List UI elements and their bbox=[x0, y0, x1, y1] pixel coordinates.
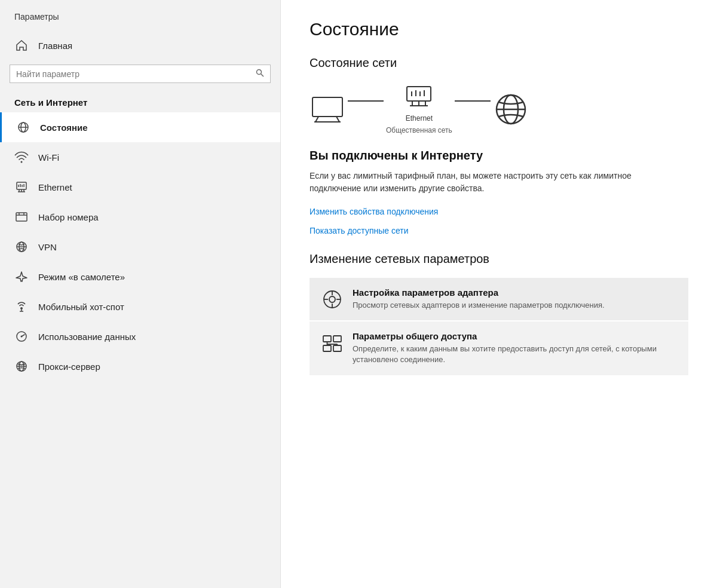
wifi-label: Wi-Fi bbox=[38, 152, 59, 163]
sharing-icon bbox=[321, 332, 343, 354]
computer-diagram-icon bbox=[310, 94, 345, 124]
home-icon bbox=[14, 38, 29, 53]
hotspot-icon bbox=[14, 299, 29, 314]
svg-rect-53 bbox=[333, 336, 341, 342]
sharing-card-text: Параметры общего доступа Определите, к к… bbox=[353, 331, 676, 365]
svg-rect-34 bbox=[407, 87, 431, 101]
svg-rect-55 bbox=[333, 345, 341, 351]
sidebar-item-status[interactable]: Состояние bbox=[0, 112, 280, 142]
show-networks-link[interactable]: Показать доступные сети bbox=[310, 226, 688, 235]
svg-point-26 bbox=[21, 336, 23, 338]
sidebar-item-dialup[interactable]: Набор номера bbox=[0, 202, 280, 232]
sidebar-item-airplane[interactable]: Режим «в самолете» bbox=[0, 262, 280, 292]
search-box[interactable] bbox=[10, 65, 271, 83]
sidebar-item-proxy[interactable]: Прокси-сервер bbox=[0, 351, 280, 381]
status-icon bbox=[16, 120, 30, 134]
vpn-icon bbox=[14, 240, 29, 254]
search-icon bbox=[256, 69, 264, 79]
ethernet-diagram-icon: Ethernet Общественная сеть bbox=[386, 84, 452, 134]
page-title: Состояние bbox=[310, 19, 688, 39]
section-title: Сеть и Интернет bbox=[0, 93, 280, 112]
home-label: Главная bbox=[38, 41, 72, 51]
adapter-settings-card[interactable]: Настройка параметров адаптера Просмотр с… bbox=[310, 278, 688, 320]
wifi-icon bbox=[14, 150, 29, 164]
search-input[interactable] bbox=[16, 69, 256, 79]
ethernet-icon bbox=[14, 180, 29, 194]
dialup-label: Набор номера bbox=[38, 212, 99, 222]
hotspot-label: Мобильный хот-спот bbox=[38, 302, 124, 312]
svg-line-1 bbox=[261, 74, 264, 77]
public-network-label: Общественная сеть bbox=[386, 126, 452, 134]
adapter-card-text: Настройка параметров адаптера Просмотр с… bbox=[353, 287, 605, 311]
sidebar-item-ethernet[interactable]: Ethernet bbox=[0, 172, 280, 202]
adapter-card-desc: Просмотр сетевых адаптеров и изменение п… bbox=[353, 300, 605, 311]
sidebar: Параметры Главная Сеть и Интернет Сос bbox=[0, 0, 281, 588]
proxy-icon bbox=[14, 359, 29, 373]
app-title: Параметры bbox=[0, 0, 280, 31]
sidebar-item-wifi[interactable]: Wi-Fi bbox=[0, 142, 280, 172]
datausage-icon bbox=[14, 329, 29, 344]
line2 bbox=[455, 100, 491, 102]
svg-point-47 bbox=[329, 296, 335, 302]
change-properties-link[interactable]: Изменить свойства подключения bbox=[310, 207, 688, 216]
globe-diagram-icon bbox=[493, 91, 529, 127]
svg-line-31 bbox=[315, 117, 318, 122]
svg-point-0 bbox=[257, 70, 262, 75]
status-label: Состояние bbox=[40, 122, 88, 133]
adapter-card-title: Настройка параметров адаптера bbox=[353, 287, 605, 298]
network-diagram: Ethernet Общественная сеть bbox=[310, 84, 688, 134]
sidebar-item-hotspot[interactable]: Мобильный хот-спот bbox=[0, 292, 280, 321]
dialup-icon bbox=[14, 210, 29, 224]
main-content: Состояние Состояние сети bbox=[281, 0, 717, 588]
svg-point-5 bbox=[21, 161, 23, 163]
adapter-icon bbox=[321, 289, 343, 310]
sidebar-item-home[interactable]: Главная bbox=[0, 31, 280, 60]
connected-title: Вы подключены к Интернету bbox=[310, 149, 688, 163]
network-status-heading: Состояние сети bbox=[310, 56, 688, 70]
svg-rect-54 bbox=[323, 345, 331, 351]
vpn-label: VPN bbox=[38, 242, 57, 252]
sharing-card-desc: Определите, к каким данным вы хотите пре… bbox=[353, 344, 676, 365]
svg-point-22 bbox=[20, 307, 23, 310]
ethernet-diagram-label: Ethernet bbox=[406, 114, 433, 122]
datausage-label: Использование данных bbox=[38, 332, 136, 342]
line1 bbox=[348, 100, 384, 102]
svg-line-32 bbox=[336, 117, 339, 122]
connected-desc: Если у вас лимитный тарифный план, вы мо… bbox=[310, 170, 656, 195]
sharing-settings-card[interactable]: Параметры общего доступа Определите, к к… bbox=[310, 321, 688, 375]
airplane-icon bbox=[14, 270, 29, 284]
svg-rect-52 bbox=[323, 336, 331, 342]
airplane-label: Режим «в самолете» bbox=[38, 272, 125, 282]
change-settings-heading: Изменение сетевых параметров bbox=[310, 252, 688, 266]
sidebar-item-vpn[interactable]: VPN bbox=[0, 232, 280, 262]
sharing-card-title: Параметры общего доступа bbox=[353, 331, 676, 341]
proxy-label: Прокси-сервер bbox=[38, 362, 100, 372]
svg-rect-15 bbox=[16, 213, 27, 221]
sidebar-item-datausage[interactable]: Использование данных bbox=[0, 321, 280, 351]
svg-rect-30 bbox=[312, 97, 342, 117]
ethernet-label: Ethernet bbox=[38, 182, 72, 192]
